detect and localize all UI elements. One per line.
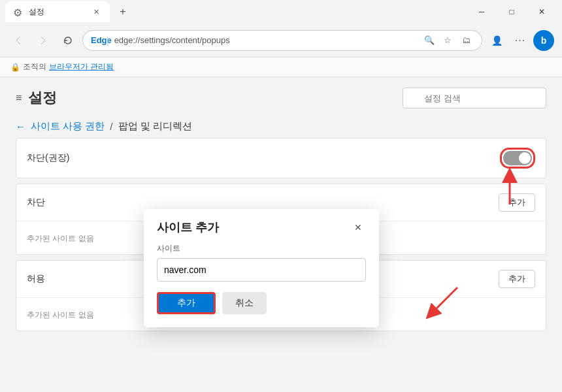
settings-tab-icon: ⚙ — [13, 7, 24, 17]
toolbar-icons: 👤 ··· b — [486, 30, 554, 51]
block-empty-text: 추가된 사이트 없음 — [27, 233, 94, 244]
managed-link[interactable]: 브라우저가 관리됨 — [49, 61, 114, 73]
block-toggle[interactable] — [503, 151, 532, 165]
maximize-button[interactable]: □ — [497, 1, 527, 22]
active-tab: ⚙ 설정 ✕ — [5, 1, 110, 22]
modal-cancel-button[interactable]: 취소 — [222, 292, 267, 314]
modal-field-label: 사이트 — [157, 243, 366, 254]
profile-icon[interactable]: 👤 — [486, 30, 507, 51]
address-url: edge://settings/content/popups — [114, 35, 416, 45]
hamburger-menu[interactable]: ≡ — [16, 92, 22, 104]
site-input[interactable] — [157, 258, 366, 282]
address-bar[interactable]: Edge | edge://settings/content/popups 🔍 … — [82, 30, 482, 51]
settings-header: ≡ 설정 🔍 — [0, 77, 562, 115]
settings-search-input[interactable] — [403, 88, 546, 108]
block-recommended-section: 차단(권장) — [16, 138, 546, 178]
settings-title-text: 설정 — [28, 88, 57, 108]
search-address-icon[interactable]: 🔍 — [422, 33, 437, 48]
navbar: Edge | edge://settings/content/popups 🔍 … — [0, 24, 562, 57]
block-recommended-row: 차단(권장) — [16, 139, 546, 178]
breadcrumb-current: 팝업 및 리디렉션 — [118, 120, 192, 133]
address-divider: | — [107, 35, 109, 46]
toggle-knob — [519, 152, 531, 164]
settings-title: ≡ 설정 — [16, 88, 57, 108]
block-recommended-label: 차단(권장) — [27, 152, 69, 164]
breadcrumb: ← 사이트 사용 권한 / 팝업 및 리디렉션 — [0, 115, 562, 138]
breadcrumb-parent[interactable]: 사이트 사용 권한 — [31, 120, 105, 133]
info-bar: 🔒 조직의 브라우저가 관리됨 — [0, 57, 562, 77]
modal-actions: 추가 취소 — [157, 292, 366, 314]
allow-empty-text: 추가된 사이트 없음 — [27, 310, 94, 321]
modal-title: 사이트 추가 — [157, 220, 219, 235]
settings-search-wrapper: 🔍 — [403, 88, 546, 108]
favorites-icon[interactable]: ☆ — [440, 33, 455, 48]
allow-label: 허용 — [27, 273, 45, 285]
titlebar: ⚙ 설정 ✕ + ─ □ ✕ — [0, 0, 562, 24]
breadcrumb-separator: / — [110, 121, 112, 132]
new-tab-button[interactable]: + — [114, 3, 132, 21]
edge-logo-icon: Edge — [91, 35, 101, 46]
refresh-button[interactable] — [58, 30, 78, 51]
address-icons: 🔍 ☆ 🗂 — [422, 33, 474, 48]
minimize-button[interactable]: ─ — [467, 1, 497, 22]
modal-close-button[interactable]: ✕ — [350, 220, 366, 235]
modal-add-button[interactable]: 추가 — [157, 292, 216, 314]
block-add-button[interactable]: 추가 — [499, 193, 535, 212]
menu-icon[interactable]: ··· — [510, 30, 531, 51]
lock-icon: 🔒 — [10, 63, 20, 72]
tab-close-button[interactable]: ✕ — [91, 7, 102, 18]
toggle-wrapper — [500, 148, 535, 169]
modal-body: 사이트 추가 취소 — [144, 240, 379, 327]
infobar-prefix: 조직의 — [23, 61, 46, 73]
add-site-modal: 사이트 추가 ✕ 사이트 추가 취소 — [144, 209, 379, 327]
breadcrumb-back-arrow[interactable]: ← — [16, 121, 25, 132]
collections-icon[interactable]: 🗂 — [458, 33, 474, 48]
block-list-label: 차단 — [27, 197, 45, 208]
bing-button[interactable]: b — [533, 30, 554, 51]
tab-label: 설정 — [29, 7, 44, 18]
window-controls: ─ □ ✕ — [467, 1, 557, 22]
allow-add-button[interactable]: 추가 — [499, 270, 535, 288]
forward-button[interactable] — [33, 30, 54, 51]
window-close-button[interactable]: ✕ — [527, 1, 557, 22]
modal-header: 사이트 추가 ✕ — [144, 209, 379, 240]
back-button[interactable] — [8, 30, 29, 51]
